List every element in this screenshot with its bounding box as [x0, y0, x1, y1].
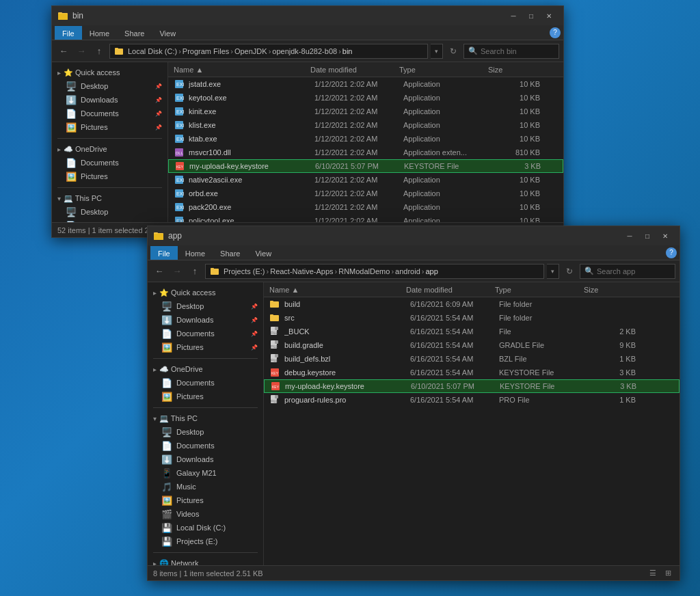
thispc-header-app[interactable]: ▾ 💻 This PC [148, 412, 263, 425]
close-button-app[interactable]: ✕ [656, 229, 674, 243]
sidebar-item-pictures-app[interactable]: 🖼️ Pictures 📌 [148, 340, 263, 354]
up-button-bin[interactable]: ↑ [92, 44, 107, 59]
table-row[interactable]: EXE keytool.exe 1/12/2021 2:02 AM Applic… [168, 91, 563, 105]
sidebar-pc-pics-app[interactable]: 🖼️ Pictures [148, 493, 263, 507]
table-row[interactable]: FILE build_defs.bzl 6/16/2021 5:54 AM BZ… [264, 352, 679, 366]
address-dropdown-app[interactable]: ▾ [547, 264, 559, 279]
table-row[interactable]: EXE policytool.exe 1/12/2021 2:02 AM App… [168, 214, 563, 222]
path-program-files-bin[interactable]: Program Files [183, 47, 229, 55]
minimize-button-bin[interactable]: ─ [504, 9, 522, 23]
tab-share-app[interactable]: Share [213, 246, 247, 260]
path-jdk-version-bin[interactable]: openjdk-8u282-b08 [272, 47, 337, 55]
table-row[interactable]: FILE build.gradle 6/16/2021 5:54 AM GRAD… [264, 338, 679, 352]
table-row[interactable]: build 6/16/2021 6:09 AM File folder [264, 297, 679, 311]
search-box-bin[interactable]: 🔍 [463, 44, 559, 59]
back-button-bin[interactable]: ← [56, 44, 71, 59]
refresh-button-bin[interactable]: ↻ [446, 44, 461, 59]
col-name-bin[interactable]: Name ▲ [171, 62, 308, 77]
sidebar-pc-desktop-bin[interactable]: 🖥️ Desktop [52, 205, 167, 219]
table-row[interactable]: KEY my-upload-key.keystore 6/10/2021 5:0… [264, 379, 679, 393]
close-button-bin[interactable]: ✕ [540, 9, 558, 23]
search-input-bin[interactable] [481, 47, 554, 55]
col-date-bin[interactable]: Date modified [308, 62, 396, 77]
sidebar-pc-localc-app[interactable]: 💾 Local Disk (C:) [148, 521, 263, 534]
table-row[interactable]: EXE native2ascii.exe 1/12/2021 2:02 AM A… [168, 173, 563, 187]
sidebar-pc-videos-app[interactable]: 🎬 Videos [148, 507, 263, 521]
address-dropdown-bin[interactable]: ▾ [431, 44, 443, 59]
tab-file-app[interactable]: File [150, 246, 178, 260]
col-size-app[interactable]: Size [581, 282, 629, 297]
details-view-btn-app[interactable]: ☰ [647, 567, 659, 580]
onedrive-header-bin[interactable]: ▸ ☁️ OneDrive [52, 143, 167, 156]
tab-share-bin[interactable]: Share [117, 26, 152, 40]
tab-file-bin[interactable]: File [55, 26, 82, 40]
search-box-app[interactable]: 🔍 [580, 264, 675, 279]
sidebar-item-desktop-bin[interactable]: 🖥️ Desktop 📌 [52, 79, 167, 93]
sidebar-item-documents-app[interactable]: 📄 Documents 📌 [148, 327, 263, 340]
table-row[interactable]: FILE _BUCK 6/16/2021 5:54 AM File 2 KB [264, 325, 679, 338]
tab-view-bin[interactable]: View [152, 26, 183, 40]
address-bar-bin[interactable]: Local Disk (C:) › Program Files › OpenJD… [109, 44, 428, 59]
col-type-app[interactable]: Type [492, 282, 581, 297]
maximize-button-bin[interactable]: □ [522, 9, 540, 23]
table-row[interactable]: DLL msvcr100.dll 1/12/2021 2:02 AM Appli… [168, 146, 563, 159]
col-name-app[interactable]: Name ▲ [267, 282, 403, 297]
refresh-button-app[interactable]: ↻ [562, 264, 577, 279]
help-button-app[interactable]: ? [666, 247, 677, 258]
sidebar-pc-dl-app[interactable]: ⬇️ Downloads [148, 452, 263, 466]
tab-home-bin[interactable]: Home [82, 26, 117, 40]
tab-view-app[interactable]: View [247, 246, 279, 260]
quick-access-header-bin[interactable]: ▸ ⭐ Quick access [52, 66, 167, 79]
forward-button-bin[interactable]: → [74, 44, 89, 59]
tab-home-app[interactable]: Home [178, 246, 213, 260]
path-rnapps-app[interactable]: React-Native-Apps [270, 267, 333, 275]
sidebar-od-docs-bin[interactable]: 📄 Documents [52, 156, 167, 170]
sidebar-od-pics-bin[interactable]: 🖼️ Pictures [52, 170, 167, 183]
onedrive-header-app[interactable]: ▸ ☁️ OneDrive [148, 363, 263, 376]
tiles-view-btn-app[interactable]: ⊞ [662, 567, 674, 580]
help-button-bin[interactable]: ? [550, 27, 561, 38]
path-bin-current[interactable]: bin [342, 47, 353, 55]
sidebar-item-documents-bin[interactable]: 📄 Documents 📌 [52, 107, 167, 120]
path-local-disk-bin[interactable]: Local Disk (C:) [128, 47, 177, 55]
path-rn-app[interactable]: RNModalDemo [338, 267, 390, 275]
path-android-app[interactable]: android [395, 267, 420, 275]
address-bar-app[interactable]: Projects (E:) › React-Native-Apps › RNMo… [205, 264, 544, 279]
table-row[interactable]: EXE pack200.exe 1/12/2021 2:02 AM Applic… [168, 200, 563, 214]
table-row[interactable]: EXE klist.exe 1/12/2021 2:02 AM Applicat… [168, 118, 563, 132]
sidebar-item-pictures-bin[interactable]: 🖼️ Pictures 📌 [52, 120, 167, 134]
sidebar-item-desktop-app[interactable]: 🖥️ Desktop 📌 [148, 299, 263, 313]
sidebar-pc-galaxy-app[interactable]: 📱 Galaxy M21 [148, 466, 263, 480]
table-row[interactable]: src 6/16/2021 5:54 AM File folder [264, 311, 679, 325]
table-row[interactable]: EXE jstatd.exe 1/12/2021 2:02 AM Applica… [168, 77, 563, 91]
sidebar-pc-desktop-app[interactable]: 🖥️ Desktop [148, 425, 263, 439]
sidebar-pc-music-app[interactable]: 🎵 Music [148, 480, 263, 493]
network-header-app[interactable]: ▸ 🌐 Network [148, 557, 263, 565]
col-type-bin[interactable]: Type [396, 62, 485, 77]
path-app-current[interactable]: app [425, 267, 438, 275]
sidebar-od-pics-app[interactable]: 🖼️ Pictures [148, 390, 263, 403]
search-input-app[interactable] [597, 267, 671, 275]
path-projects-app[interactable]: Projects (E:) [224, 267, 265, 275]
table-row[interactable]: EXE ktab.exe 1/12/2021 2:02 AM Applicati… [168, 132, 563, 146]
sidebar-item-downloads-bin[interactable]: ⬇️ Downloads 📌 [52, 93, 167, 107]
table-row[interactable]: EXE orbd.exe 1/12/2021 2:02 AM Applicati… [168, 187, 563, 200]
quick-access-header-app[interactable]: ▸ ⭐ Quick access [148, 286, 263, 299]
table-row[interactable]: FILE proguard-rules.pro 6/16/2021 5:54 A… [264, 393, 679, 407]
sidebar-pc-docs-app[interactable]: 📄 Documents [148, 439, 263, 452]
sidebar-item-downloads-app[interactable]: ⬇️ Downloads 📌 [148, 313, 263, 327]
maximize-button-app[interactable]: □ [638, 229, 656, 243]
table-row[interactable]: KEY my-upload-key.keystore 6/10/2021 5:0… [168, 159, 563, 173]
forward-button-app[interactable]: → [170, 264, 185, 279]
table-row[interactable]: EXE kinit.exe 1/12/2021 2:02 AM Applicat… [168, 105, 563, 118]
sidebar-od-docs-app[interactable]: 📄 Documents [148, 376, 263, 390]
back-button-app[interactable]: ← [152, 264, 167, 279]
minimize-button-app[interactable]: ─ [621, 229, 638, 243]
col-size-bin[interactable]: Size [485, 62, 533, 77]
thispc-header-bin[interactable]: ▾ 💻 This PC [52, 192, 167, 205]
col-date-app[interactable]: Date modified [403, 282, 492, 297]
sidebar-pc-proje-app[interactable]: 💾 Projects (E:) [148, 534, 263, 548]
table-row[interactable]: KEY debug.keystore 6/16/2021 5:54 AM KEY… [264, 366, 679, 379]
up-button-app[interactable]: ↑ [187, 264, 202, 279]
path-openjdk-bin[interactable]: OpenJDK [234, 47, 267, 55]
